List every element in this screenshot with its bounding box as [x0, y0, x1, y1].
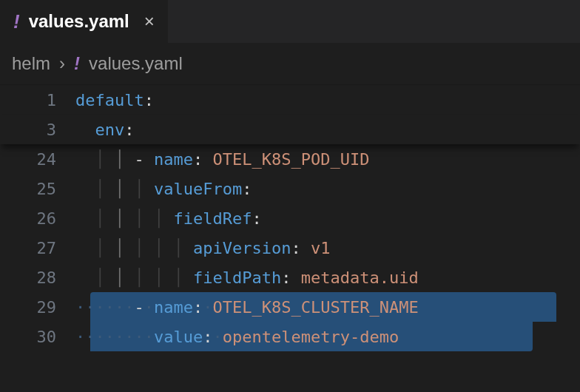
code-content[interactable]: default: [75, 91, 154, 109]
close-icon[interactable]: × [144, 11, 155, 32]
code-content[interactable]: │ │ │ │ │ apiVersion: v1 [75, 239, 330, 257]
code-line[interactable]: 28 │ │ │ │ │ fieldPath: metadata.uid [0, 263, 580, 292]
code-line[interactable]: 29······-·name:·OTEL_K8S_CLUSTER_NAME [0, 292, 580, 322]
code-line[interactable]: 1default: [0, 85, 580, 115]
line-number: 26 [0, 209, 75, 228]
line-number: 28 [0, 268, 75, 287]
code-line[interactable]: 30········value:·opentelemetry-demo [0, 322, 580, 351]
code-content[interactable]: env: [75, 121, 135, 139]
code-content[interactable]: ······-·name:·OTEL_K8S_CLUSTER_NAME [75, 298, 419, 317]
line-number: 3 [0, 121, 75, 139]
line-number: 30 [0, 328, 75, 346]
tab-bar: ! values.yaml × [0, 0, 580, 43]
chevron-right-icon: › [59, 53, 65, 74]
code-content[interactable]: │ │ - name: OTEL_K8S_POD_UID [75, 150, 369, 169]
code-line[interactable]: 27 │ │ │ │ │ apiVersion: v1 [0, 233, 580, 263]
line-number: 29 [0, 298, 75, 317]
editor-tab[interactable]: ! values.yaml × [0, 0, 169, 43]
line-number: 1 [0, 91, 75, 109]
line-number: 27 [0, 239, 75, 257]
code-line[interactable]: 3 env: [0, 115, 580, 144]
yaml-icon: ! [74, 53, 80, 74]
code-content[interactable]: │ │ │ │ │ fieldPath: metadata.uid [75, 268, 419, 287]
code-editor[interactable]: 1default:3 env:24 │ │ - name: OTEL_K8S_P… [0, 85, 580, 351]
code-content[interactable]: │ │ │ valueFrom: [75, 180, 252, 198]
code-content[interactable]: ········value:·opentelemetry-demo [75, 328, 399, 346]
tab-filename: values.yaml [29, 11, 129, 32]
tab-bar-empty [169, 0, 580, 43]
line-number: 24 [0, 150, 75, 169]
yaml-icon: ! [13, 10, 20, 33]
code-line[interactable]: 24 │ │ - name: OTEL_K8S_POD_UID [0, 144, 580, 174]
line-number: 25 [0, 180, 75, 198]
code-line[interactable]: 26 │ │ │ │ fieldRef: [0, 203, 580, 233]
breadcrumb-segment[interactable]: helm [12, 53, 50, 74]
breadcrumb[interactable]: helm › ! values.yaml [0, 43, 580, 85]
code-line[interactable]: 25 │ │ │ valueFrom: [0, 174, 580, 203]
code-content[interactable]: │ │ │ │ fieldRef: [75, 209, 262, 228]
breadcrumb-filename[interactable]: values.yaml [89, 53, 183, 74]
